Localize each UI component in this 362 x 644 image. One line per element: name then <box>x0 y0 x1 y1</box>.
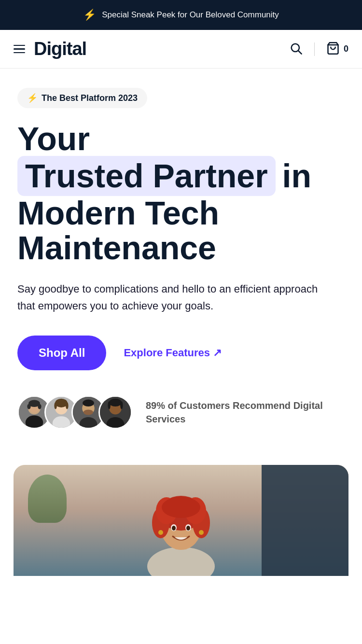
nav-left: Digital <box>14 39 86 59</box>
badge-icon: ⚡ <box>27 93 38 103</box>
title-line-2: Trusted Partner in <box>17 156 345 196</box>
person-illustration <box>121 465 241 576</box>
explore-features-button[interactable]: Explore Features ↗ <box>124 347 222 359</box>
logo: Digital <box>34 39 86 59</box>
svg-point-15 <box>66 402 68 409</box>
nav-divider <box>314 42 315 56</box>
svg-point-25 <box>108 401 110 409</box>
badge-text: The Best Platform 2023 <box>42 93 138 103</box>
dark-background-box <box>262 465 348 576</box>
title-line-4: Maintenance <box>17 231 345 265</box>
svg-point-40 <box>158 530 163 535</box>
top-banner: ⚡ Special Sneak Peek for Our Beloved Com… <box>0 0 362 30</box>
banner-text: Special Sneak Peek for Our Beloved Commu… <box>102 10 279 20</box>
search-icon[interactable] <box>289 42 303 57</box>
title-line-3: Modern Tech <box>17 196 345 230</box>
hamburger-icon[interactable] <box>14 45 25 54</box>
svg-point-39 <box>186 526 190 531</box>
navigation: Digital 0 <box>0 30 362 69</box>
social-proof-text: 89% of Customers Recommend Digital Servi… <box>146 399 345 426</box>
avatar <box>98 395 132 429</box>
avatar-stack <box>17 395 132 429</box>
hero-section: ⚡ The Best Platform 2023 Your Trusted Pa… <box>0 69 362 465</box>
svg-point-20 <box>84 410 93 415</box>
svg-point-35 <box>162 497 200 518</box>
cart-container[interactable]: 0 <box>326 42 348 57</box>
svg-line-1 <box>298 51 301 54</box>
cart-icon <box>326 42 340 57</box>
title-line-1: Your <box>17 122 345 156</box>
title-highlight: Trusted Partner <box>17 156 276 196</box>
svg-point-9 <box>38 404 41 409</box>
svg-point-27 <box>147 547 215 576</box>
banner-lightning-icon: ⚡ <box>83 9 96 21</box>
nav-right: 0 <box>289 42 348 57</box>
hero-badge: ⚡ The Best Platform 2023 <box>17 88 147 108</box>
svg-point-8 <box>27 404 30 409</box>
svg-point-24 <box>109 399 122 406</box>
cart-count: 0 <box>344 44 348 54</box>
cta-row: Shop All Explore Features ↗ <box>17 336 345 370</box>
svg-point-26 <box>120 401 123 409</box>
social-proof: 89% of Customers Recommend Digital Servi… <box>17 395 345 429</box>
svg-point-13 <box>55 399 68 407</box>
svg-point-41 <box>199 530 204 535</box>
svg-point-14 <box>54 402 56 409</box>
plant-decoration <box>28 475 67 523</box>
svg-point-38 <box>172 526 176 531</box>
hero-subtitle: Say goodbye to complications and hello t… <box>17 280 326 314</box>
shop-all-button[interactable]: Shop All <box>17 336 106 370</box>
hero-title: Your Trusted Partner in Modern Tech Main… <box>17 122 345 265</box>
hero-image <box>14 465 348 576</box>
title-in: in <box>282 158 311 194</box>
svg-point-19 <box>83 400 94 407</box>
